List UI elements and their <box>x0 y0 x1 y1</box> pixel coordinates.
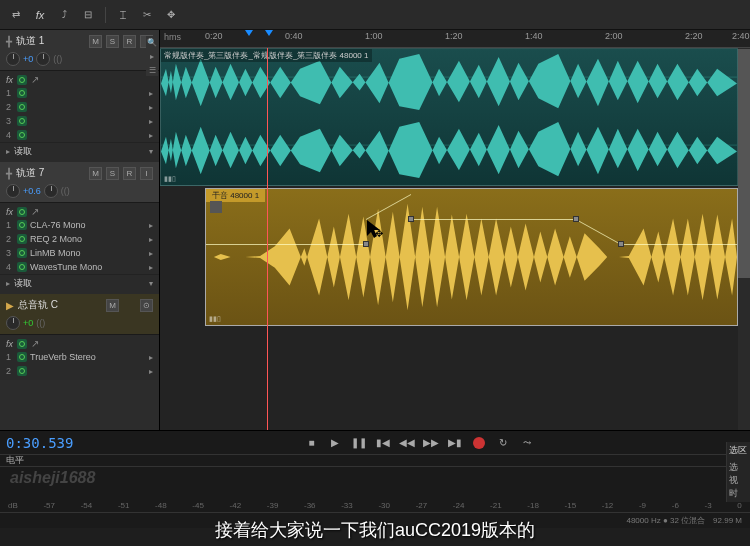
mono-button[interactable]: ⊙ <box>140 299 153 312</box>
fx-slot-power-icon[interactable] <box>17 116 27 126</box>
scrollbar-thumb[interactable] <box>738 49 750 278</box>
pan-knob[interactable] <box>44 184 58 198</box>
fx-power-icon[interactable] <box>17 75 27 85</box>
track2-header[interactable]: ╋ 轨道 7 M S R I +0.6 (() <box>0 162 159 203</box>
monitor-button[interactable]: I <box>140 167 153 180</box>
pause-button[interactable]: ❚❚ <box>351 435 367 451</box>
go-end-button[interactable]: ▶▮ <box>447 435 463 451</box>
fx-slot-linmb[interactable]: 3LinMB Mono▸ <box>0 246 159 260</box>
chevron-right-icon[interactable]: ▸ <box>149 353 153 362</box>
fx-power-icon[interactable] <box>17 207 27 217</box>
chevron-right-icon[interactable]: ▸ <box>149 235 153 244</box>
chevron-right-icon[interactable]: ▸ <box>149 367 153 376</box>
master-volume[interactable]: +0 <box>23 318 33 328</box>
fx-slot[interactable]: 3▸ <box>0 114 159 128</box>
clip-lock-icon[interactable] <box>210 201 222 213</box>
send-icon[interactable]: ⤴ <box>54 5 74 25</box>
go-start-button[interactable]: ▮◀ <box>375 435 391 451</box>
fx-expand-icon[interactable]: ↗ <box>31 74 39 85</box>
solo-button[interactable]: S <box>106 35 119 48</box>
track-handle-icon[interactable]: ╋ <box>6 36 12 47</box>
envelope-segment[interactable] <box>621 244 737 245</box>
record-button[interactable]: R <box>123 167 136 180</box>
cursor-tool-icon[interactable]: ⌶ <box>113 5 133 25</box>
playhead[interactable] <box>267 48 268 430</box>
chevron-right-icon[interactable]: ▸ <box>149 263 153 272</box>
dropdown-icon[interactable]: ▾ <box>149 279 153 288</box>
pan-knob[interactable] <box>36 52 50 66</box>
fx-slot-wavestune[interactable]: 4WavesTune Mono▸ <box>0 260 159 274</box>
fx-slot-power-icon[interactable] <box>17 262 27 272</box>
razor-tool-icon[interactable]: ✂ <box>137 5 157 25</box>
move-tool-icon[interactable]: ✥ <box>161 5 181 25</box>
master-track-lane[interactable] <box>160 328 738 418</box>
time-ruler[interactable]: 0:20 0:40 1:00 1:20 1:40 2:00 2:20 2:40 <box>160 30 750 48</box>
chevron-right-icon[interactable]: ▸ <box>149 131 153 140</box>
envelope-point[interactable] <box>573 216 579 222</box>
automation-mode[interactable]: ▸ 读取 ▾ <box>0 274 159 292</box>
volume-knob[interactable] <box>6 316 20 330</box>
fx-slot-power-icon[interactable] <box>17 352 27 362</box>
track1-clip[interactable]: 常规版伴奏_第三版伴奏_常规版伴奏_第三版伴奏 48000 1 ▮▮▯ <box>160 48 738 186</box>
stop-button[interactable]: ■ <box>303 435 319 451</box>
vertical-scrollbar[interactable] <box>738 48 750 430</box>
fx-expand-icon[interactable]: ↗ <box>31 206 39 217</box>
fx-slot-req2[interactable]: 2REQ 2 Mono▸ <box>0 232 159 246</box>
envelope-point[interactable] <box>408 216 414 222</box>
track-handle-icon[interactable]: ╋ <box>6 168 12 179</box>
record-button[interactable]: R <box>123 35 136 48</box>
loop-button[interactable]: ↻ <box>495 435 511 451</box>
fx-slot-cla76[interactable]: 1CLA-76 Mono▸ <box>0 218 159 232</box>
timeline[interactable]: 0:20 0:40 1:00 1:20 1:40 2:00 2:20 2:40 … <box>160 30 750 430</box>
fx-slot-power-icon[interactable] <box>17 248 27 258</box>
automation-mode[interactable]: ▸ 读取 ▾ <box>0 142 159 160</box>
out-point-marker[interactable] <box>265 30 273 36</box>
in-point-marker[interactable] <box>245 30 253 36</box>
fx-slot-power-icon[interactable] <box>17 130 27 140</box>
fx-slot-power-icon[interactable] <box>17 88 27 98</box>
zoom-tool-icon[interactable]: 🔍 <box>146 36 158 48</box>
record-button[interactable] <box>471 435 487 451</box>
play-button[interactable]: ▶ <box>327 435 343 451</box>
chevron-right-icon[interactable]: ▸ <box>149 117 153 126</box>
track2-volume[interactable]: +0.6 <box>23 186 41 196</box>
fx-slot-empty[interactable]: 2▸ <box>0 364 159 378</box>
bus-icon[interactable]: ⊟ <box>78 5 98 25</box>
fx-slot[interactable]: 4▸ <box>0 128 159 142</box>
solo-button[interactable]: S <box>106 167 119 180</box>
chevron-right-icon[interactable]: ▸ <box>149 249 153 258</box>
envelope-point[interactable] <box>618 241 624 247</box>
play-tool-icon[interactable]: ▸ <box>146 50 158 62</box>
track2-clip[interactable]: 干音 48000 1 ▮▮▯ <box>205 188 738 326</box>
fx-slot-power-icon[interactable] <box>17 234 27 244</box>
mute-button[interactable]: M <box>89 167 102 180</box>
envelope-segment[interactable] <box>411 219 576 220</box>
swap-icon[interactable]: ⇄ <box>6 5 26 25</box>
fx-slot[interactable]: 2▸ <box>0 100 159 114</box>
fx-slot-power-icon[interactable] <box>17 220 27 230</box>
fx-rack-button[interactable]: fx <box>30 5 50 25</box>
chevron-right-icon[interactable]: ▸ <box>149 103 153 112</box>
rewind-button[interactable]: ◀◀ <box>399 435 415 451</box>
fx-slot-power-icon[interactable] <box>17 102 27 112</box>
master-track-header[interactable]: ▶ 总音轨 C M ⊙ +0 (() <box>0 294 159 335</box>
mute-button[interactable]: M <box>89 35 102 48</box>
forward-button[interactable]: ▶▶ <box>423 435 439 451</box>
fx-expand-icon[interactable]: ↗ <box>31 338 39 349</box>
fx-power-icon[interactable] <box>17 339 27 349</box>
envelope-segment[interactable] <box>206 244 366 245</box>
skip-selection-button[interactable]: ⤳ <box>519 435 535 451</box>
chevron-right-icon[interactable]: ▸ <box>149 221 153 230</box>
dropdown-icon[interactable]: ▾ <box>149 147 153 156</box>
volume-knob[interactable] <box>6 184 20 198</box>
chevron-right-icon[interactable]: ▸ <box>149 89 153 98</box>
ruler-units[interactable]: hms <box>160 30 185 44</box>
track1-header[interactable]: ╋ 轨道 1 M S R I +0 (() <box>0 30 159 71</box>
mute-button[interactable]: M <box>106 299 119 312</box>
track-tool-icon[interactable]: ☰ <box>146 64 158 76</box>
fx-slot-power-icon[interactable] <box>17 366 27 376</box>
fx-slot-trueverb[interactable]: 1TrueVerb Stereo▸ <box>0 350 159 364</box>
timecode-display[interactable]: 0:30.539 <box>6 435 73 451</box>
volume-knob[interactable] <box>6 52 20 66</box>
track1-volume[interactable]: +0 <box>23 54 33 64</box>
